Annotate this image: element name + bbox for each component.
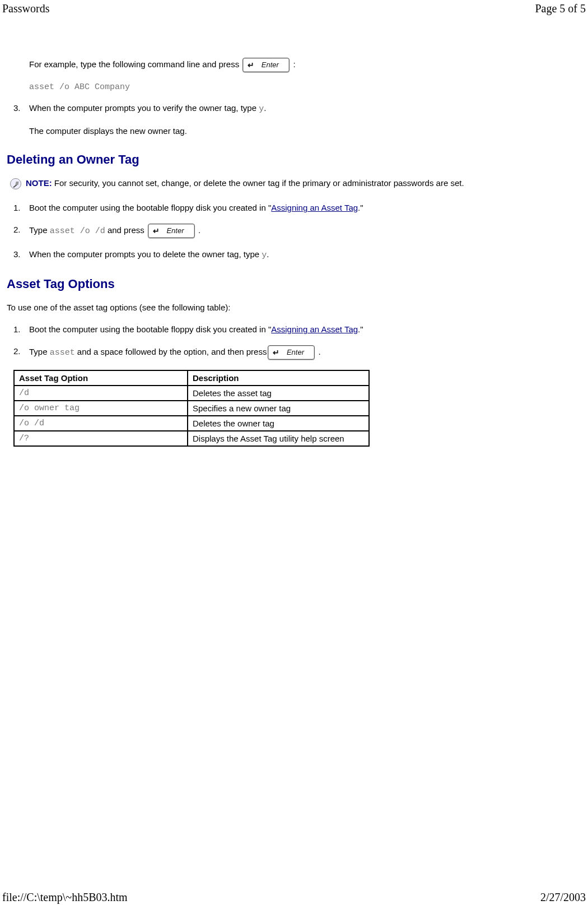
footer-path: file://C:\temp\~hh5B03.htm — [2, 891, 128, 904]
enter-key-icon: Enter — [242, 58, 290, 72]
code-y: y — [259, 104, 264, 114]
cell-option: /o /d — [14, 416, 188, 431]
th-description: Description — [188, 370, 369, 386]
cell-description: Deletes the asset tag — [188, 386, 369, 401]
example-intro-text: For example, type the following command … — [29, 59, 239, 69]
step-prefix: Type — [29, 225, 50, 235]
enter-key-icon: Enter — [148, 224, 195, 238]
table-row: /o /d Deletes the owner tag — [14, 416, 369, 431]
table-row: /? Displays the Asset Tag utility help s… — [14, 431, 369, 446]
step-suffix: . — [196, 225, 200, 235]
footer-date: 2/27/2003 — [540, 891, 586, 904]
link-assigning-asset-tag[interactable]: Assigning an Asset Tag — [271, 203, 358, 212]
options-steps: 1. Boot the computer using the bootable … — [7, 323, 581, 360]
step-text: Boot the computer using the bootable flo… — [29, 203, 271, 212]
code-y: y — [262, 250, 267, 260]
page-header: Passwords Page 5 of 5 — [0, 0, 588, 15]
cell-description: Deletes the owner tag — [188, 416, 369, 431]
heading-deleting-owner-tag: Deleting an Owner Tag — [7, 152, 581, 167]
asset-tag-options-table: Asset Tag Option Description /d Deletes … — [13, 370, 370, 447]
deleting-step-3: 3. When the computer prompts you to dele… — [7, 248, 581, 261]
cell-option: /d — [14, 386, 188, 401]
step-text: When the computer prompts you to delete … — [29, 249, 262, 259]
step-suffix: . — [267, 249, 269, 259]
note-text: For security, you cannot set, change, or… — [54, 178, 464, 188]
options-intro: To use one of the asset tag options (see… — [7, 301, 581, 313]
example-command: asset /o ABC Company — [7, 82, 581, 92]
link-assigning-asset-tag[interactable]: Assigning an Asset Tag — [271, 324, 358, 334]
note-icon — [10, 178, 21, 189]
table-row: /o owner tag Specifies a new owner tag — [14, 401, 369, 416]
step-text: Boot the computer using the bootable flo… — [29, 324, 271, 334]
step-number: 3. — [13, 102, 21, 114]
header-title: Passwords — [2, 2, 49, 15]
header-page: Page 5 of 5 — [535, 2, 586, 15]
cell-option: /o owner tag — [14, 401, 188, 416]
code-asset: asset — [50, 348, 75, 358]
enter-key-icon: Enter — [268, 345, 315, 360]
step-mid: and press — [105, 225, 147, 235]
step-number: 2. — [13, 224, 21, 235]
deleting-steps: 1. Boot the computer using the bootable … — [7, 202, 581, 261]
example-intro: For example, type the following command … — [7, 58, 581, 72]
note-box: NOTE: For security, you cannot set, chan… — [7, 177, 581, 189]
step-suffix: . — [264, 103, 266, 113]
prior-steps: 3. When the computer prompts you to veri… — [7, 102, 581, 115]
step-number: 1. — [13, 202, 21, 214]
document-body: For example, type the following command … — [0, 58, 588, 447]
cell-description: Displays the Asset Tag utility help scre… — [188, 431, 369, 446]
deleting-step-1: 1. Boot the computer using the bootable … — [7, 202, 581, 214]
note-label: NOTE: — [26, 178, 54, 188]
th-option: Asset Tag Option — [14, 370, 188, 386]
prior-followup: The computer displays the new owner tag. — [7, 125, 581, 137]
step-number: 2. — [13, 345, 21, 357]
example-intro-suffix: : — [293, 59, 296, 69]
code-asset-o-d: asset /o /d — [50, 226, 105, 236]
step-suffix: ." — [358, 203, 363, 212]
step-text: When the computer prompts you to verify … — [29, 103, 259, 113]
step-number: 1. — [13, 323, 21, 335]
prior-step-3: 3. When the computer prompts you to veri… — [7, 102, 581, 115]
cell-description: Specifies a new owner tag — [188, 401, 369, 416]
page-footer: file://C:\temp\~hh5B03.htm 2/27/2003 — [0, 891, 588, 904]
step-number: 3. — [13, 248, 21, 260]
step-suffix: . — [316, 347, 320, 356]
heading-asset-tag-options: Asset Tag Options — [7, 277, 581, 291]
table-row: /d Deletes the asset tag — [14, 386, 369, 401]
options-step-2: 2. Type asset and a space followed by th… — [7, 345, 581, 360]
table-header-row: Asset Tag Option Description — [14, 370, 369, 386]
note-content: NOTE: For security, you cannot set, chan… — [26, 177, 464, 189]
cell-option: /? — [14, 431, 188, 446]
deleting-step-2: 2. Type asset /o /d and press Enter . — [7, 224, 581, 238]
options-step-1: 1. Boot the computer using the bootable … — [7, 323, 581, 335]
step-suffix: ." — [358, 324, 363, 334]
step-mid: and a space followed by the option, and … — [75, 347, 267, 356]
step-prefix: Type — [29, 347, 50, 356]
